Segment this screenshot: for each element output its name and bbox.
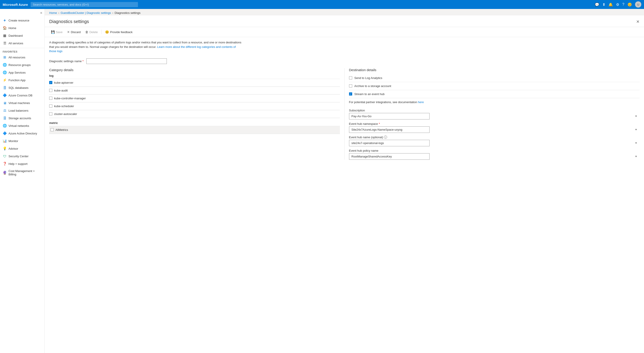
- sidebar-item-monitor[interactable]: 📊 Monitor: [0, 137, 44, 145]
- diagnostics-panel: Diagnostics settings ✕ 💾 Save ✕ Discard …: [45, 16, 644, 353]
- feedback-label: Provide feedback: [110, 31, 132, 34]
- settings-name-row: Diagnostic settings name: [45, 57, 644, 66]
- sidebar-item-label: Monitor: [8, 139, 18, 143]
- help-icon[interactable]: ?: [622, 3, 624, 7]
- partner-text-body: For potential partner integrations, see …: [349, 100, 417, 104]
- user-icon[interactable]: 😊: [628, 3, 632, 7]
- sidebar-item-label: All services: [8, 42, 23, 45]
- sidebar-item-resource-groups[interactable]: 🌐 Resource groups: [0, 61, 44, 69]
- chevron-down-icon-2: ▼: [635, 128, 637, 131]
- breadcrumb-home[interactable]: Home: [49, 11, 57, 15]
- sidebar-item-storage-accounts[interactable]: 🗄 Storage accounts: [0, 114, 44, 122]
- sidebar-item-label: Resource groups: [8, 63, 31, 67]
- panel-close-button[interactable]: ✕: [636, 19, 640, 24]
- sidebar-item-label: Cost Management + Billing: [8, 169, 42, 176]
- partner-link[interactable]: here: [418, 100, 424, 104]
- sidebar-item-virtual-machines[interactable]: 🖥 Virtual machines: [0, 99, 44, 107]
- event-hub-name-select-wrapper: site24x7-operational-logs ▼: [349, 140, 640, 146]
- dashboard-icon: ▦: [3, 34, 7, 38]
- log-label-cluster-autoscaler: cluster-autoscaler: [54, 112, 77, 116]
- storage-accounts-icon: 🗄: [3, 116, 7, 120]
- feedback-button[interactable]: 😊 Provide feedback: [103, 29, 134, 35]
- event-hub-namespace-select[interactable]: Site24x7AzureLogs-NameSpace-uxyog: [349, 126, 430, 133]
- checkbox-stream-event-hub[interactable]: ✓: [349, 92, 352, 96]
- log-item-kube-controller-manager: kube-controller-manager: [49, 95, 340, 102]
- avatar[interactable]: U: [635, 1, 641, 8]
- event-hub-namespace-select-wrapper: Site24x7AzureLogs-NameSpace-uxyog ▼: [349, 126, 640, 133]
- feedback-icon[interactable]: 💬: [595, 3, 599, 7]
- subscription-select-wrapper: Pay-As-You-Go ▼: [349, 113, 640, 119]
- sidebar-item-dashboard[interactable]: ▦ Dashboard: [0, 32, 44, 39]
- metric-label-allmetrics: AllMetrics: [56, 128, 68, 132]
- checkbox-archive-storage[interactable]: [349, 84, 352, 88]
- sidebar-item-label: Home: [8, 27, 16, 30]
- security-center-icon: 🛡: [3, 154, 7, 158]
- subscription-select[interactable]: Pay-As-You-Go: [349, 113, 430, 119]
- checkbox-kube-apiserver[interactable]: ✓: [49, 81, 52, 84]
- delete-icon: 🗑: [85, 30, 88, 34]
- sidebar-item-azure-cosmos-db[interactable]: 🔷 Azure Cosmos DB: [0, 92, 44, 99]
- checkbox-kube-controller-manager[interactable]: [49, 97, 52, 100]
- event-hub-policy-label: Event hub policy name: [349, 149, 640, 152]
- sidebar-item-advisor[interactable]: 💡 Advisor: [0, 145, 44, 152]
- sidebar-item-azure-active-directory[interactable]: 🔷 Azure Active Directory: [0, 130, 44, 137]
- discard-button[interactable]: ✕ Discard: [65, 29, 82, 35]
- event-hub-name-select[interactable]: site24x7-operational-logs: [349, 140, 430, 146]
- event-hub-namespace-group: Event hub namespace Site24x7AzureLogs-Na…: [349, 122, 640, 133]
- favorites-label: FAVORITES: [0, 49, 44, 54]
- sidebar-item-all-resources[interactable]: ⊞ All resources: [0, 54, 44, 61]
- log-item-kube-audit: kube-audit: [49, 87, 340, 94]
- settings-name-label: Diagnostic settings name: [49, 60, 84, 63]
- sidebar-item-home[interactable]: 🏠 Home: [0, 24, 44, 32]
- sidebar-item-create-resource[interactable]: + Create resource: [0, 17, 44, 24]
- destination-details-title: Destination details: [349, 68, 640, 72]
- dest-item-archive-storage: Archive to a storage account: [349, 82, 640, 90]
- sidebar-item-label: Function App: [8, 79, 26, 82]
- breadcrumb-guestbook[interactable]: GuestBookCluster | Diagnostic settings: [60, 11, 111, 15]
- info-icon[interactable]: i: [384, 136, 387, 139]
- checkbox-send-log-analytics[interactable]: [349, 76, 352, 79]
- checkbox-kube-audit[interactable]: [49, 89, 52, 92]
- chevron-down-icon-4: ▼: [635, 155, 637, 158]
- sidebar: « + Create resource 🏠 Home ▦ Dashboard ☰…: [0, 9, 45, 353]
- aad-icon: 🔷: [3, 131, 7, 135]
- sidebar-item-help-support[interactable]: ❓ Help + support: [0, 160, 44, 168]
- checkbox-allmetrics[interactable]: [50, 128, 54, 131]
- home-icon: 🏠: [3, 26, 7, 30]
- sidebar-item-label: Dashboard: [8, 34, 23, 37]
- sidebar-item-cost-management[interactable]: 🔮 Cost Management + Billing: [0, 168, 44, 178]
- sidebar-item-load-balancers[interactable]: ⚖ Load balancers: [0, 107, 44, 114]
- sidebar-item-all-services[interactable]: ☰ All services: [0, 39, 44, 47]
- function-app-icon: ⚡: [3, 78, 7, 82]
- notification-icon[interactable]: 🔔: [608, 3, 613, 7]
- breadcrumb-current: Diagnostics settings: [115, 11, 141, 15]
- discard-label: Discard: [71, 31, 81, 34]
- panel-header: Diagnostics settings ✕: [45, 16, 644, 27]
- settings-name-input[interactable]: [86, 58, 167, 64]
- checkbox-cluster-autoscaler[interactable]: [49, 112, 52, 115]
- cloud-upload-icon[interactable]: ⬆: [602, 3, 605, 7]
- sidebar-collapse-button[interactable]: «: [40, 11, 42, 15]
- sidebar-item-app-services[interactable]: 🌐 App Services: [0, 69, 44, 76]
- sidebar-item-label: Storage accounts: [8, 117, 31, 120]
- sidebar-item-sql-databases[interactable]: 🗄 SQL databases: [0, 84, 44, 92]
- delete-button[interactable]: 🗑 Delete: [84, 29, 100, 35]
- sidebar-item-security-center[interactable]: 🛡 Security Center: [0, 152, 44, 160]
- cosmos-db-icon: 🔷: [3, 93, 7, 97]
- save-icon: 💾: [51, 30, 55, 34]
- all-resources-icon: ⊞: [3, 55, 7, 59]
- event-hub-policy-select-wrapper: RootManageSharedAccessKey ▼: [349, 153, 640, 160]
- sidebar-item-virtual-networks[interactable]: 🌐 Virtual networks: [0, 122, 44, 130]
- checkbox-kube-scheduler[interactable]: [49, 105, 52, 108]
- settings-icon[interactable]: ⚙: [616, 3, 619, 7]
- sidebar-item-label: All resources: [8, 56, 25, 59]
- virtual-networks-icon: 🌐: [3, 124, 7, 128]
- delete-label: Delete: [90, 31, 98, 34]
- save-button[interactable]: 💾 Save: [49, 29, 64, 35]
- chevron-down-icon: ▼: [635, 115, 637, 117]
- event-hub-policy-select[interactable]: RootManageSharedAccessKey: [349, 153, 430, 160]
- sidebar-item-function-app[interactable]: ⚡ Function App: [0, 76, 44, 84]
- search-input[interactable]: [31, 2, 138, 7]
- log-label-kube-scheduler: kube-scheduler: [54, 105, 74, 108]
- dest-label-log-analytics: Send to Log Analytics: [354, 76, 382, 80]
